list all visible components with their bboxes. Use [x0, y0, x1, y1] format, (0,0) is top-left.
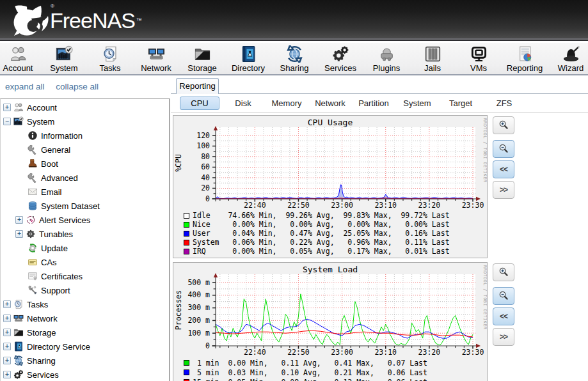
scroll-right-button[interactable]: >>	[493, 328, 514, 346]
y-tick-label: 120	[196, 131, 210, 140]
zoom-in-button[interactable]	[493, 263, 514, 281]
tree-item-system-dataset[interactable]: System Dataset	[1, 199, 169, 213]
toolbar-item-sharing[interactable]: Sharing	[271, 43, 317, 73]
tree-item-boot[interactable]: Boot	[1, 157, 169, 171]
vms-icon	[470, 45, 488, 63]
subtab-memory[interactable]: Memory	[267, 97, 306, 110]
tree-item-label: General	[41, 145, 70, 155]
tree-item-certificates[interactable]: Certificates	[1, 269, 169, 283]
tree-item-advanced[interactable]: Advanced	[1, 171, 169, 185]
scroll-left-button[interactable]: <<	[493, 307, 514, 325]
tree-item-information[interactable]: Information	[1, 128, 169, 143]
toolbar-item-label: System	[41, 63, 87, 73]
subtab-target[interactable]: Target	[441, 97, 481, 110]
scroll-right-button[interactable]: >>	[493, 181, 514, 199]
tree-item-storage[interactable]: + Storage	[1, 325, 169, 339]
toolbar-item-account[interactable]: Account	[0, 43, 41, 73]
chart-legend: Idle 74.66% Min, 99.26% Avg, 99.83% Max,…	[184, 211, 450, 256]
tree-item-label: Boot	[41, 159, 58, 169]
tree-item-general[interactable]: General	[1, 143, 169, 157]
toolbar-item-wizard[interactable]: Wizard	[548, 43, 588, 73]
tree-expander[interactable]: +	[3, 104, 11, 111]
toolbar-item-vms[interactable]: VMs	[456, 43, 502, 73]
toolbar-item-system[interactable]: System	[41, 43, 87, 73]
subtab-network[interactable]: Network	[310, 97, 350, 110]
tree-item-sharing[interactable]: + Sharing	[1, 354, 169, 368]
subtab-cpu[interactable]: CPU	[180, 97, 219, 110]
zoom-out-button[interactable]	[493, 140, 514, 158]
tree-item-update[interactable]: Update	[1, 241, 169, 255]
toolbar: Account System Tasks	[0, 43, 588, 75]
network-icon	[13, 313, 24, 323]
tree-item-account[interactable]: + Account	[1, 100, 169, 114]
tree-expander[interactable]: +	[3, 315, 11, 322]
expand-all-link[interactable]: expand all	[5, 82, 45, 91]
legend-row: Nice 0.00% Min, 0.00% Avg, 0.00% Max, 0.…	[184, 220, 450, 229]
toolbar-item-directory[interactable]: Directory	[225, 43, 271, 73]
tree-expander[interactable]: +	[3, 329, 11, 336]
rrd-graph: System LoadProcesses0100 m200 m300 m400 …	[173, 263, 487, 357]
toolbar-item-plugins[interactable]: Plugins	[363, 43, 409, 73]
toolbar-item-jails[interactable]: Jails	[409, 43, 456, 73]
tree-item-support[interactable]: Support	[1, 283, 169, 297]
subtab-system[interactable]: System	[397, 97, 437, 110]
x-tick-label: 22:50	[287, 201, 310, 210]
tab-reporting[interactable]: Reporting	[176, 78, 219, 94]
toolbar-item-network[interactable]: Network	[133, 43, 179, 73]
subtab-zfs[interactable]: ZFS	[484, 97, 524, 110]
tree-item-cas[interactable]: CAs	[1, 255, 169, 269]
tree-item-services[interactable]: +Services	[1, 368, 169, 381]
subtab-disk[interactable]: Disk	[223, 97, 263, 110]
tree-expander[interactable]: −	[3, 118, 11, 125]
reporting-icon	[516, 45, 534, 63]
collapse-all-link[interactable]: collapse all	[56, 82, 99, 91]
x-tick-label: 23:10	[374, 348, 397, 357]
tree-expander[interactable]: +	[3, 343, 11, 350]
tree-expander[interactable]: +	[3, 357, 11, 364]
x-tick-label: 22:40	[244, 201, 266, 210]
tree-item-label: Sharing	[27, 356, 56, 366]
tree-item-system[interactable]: − System	[1, 114, 169, 128]
tree-expander[interactable]: +	[15, 216, 23, 224]
gear-icon	[26, 229, 36, 239]
tree-item-label: CAs	[41, 258, 57, 267]
tree-item-tunables[interactable]: +Tunables	[1, 227, 169, 241]
zoom-in-button[interactable]	[493, 116, 514, 134]
tree-item-email[interactable]: Email	[1, 185, 169, 199]
tree-expander[interactable]: +	[15, 230, 23, 238]
tree-item-label: Certificates	[41, 272, 83, 281]
legend-swatch	[184, 213, 189, 219]
tree-item-directory-service[interactable]: + Directory Service	[1, 339, 169, 354]
trademark: ™	[136, 17, 142, 24]
toolbar-item-storage[interactable]: Storage	[179, 43, 225, 73]
y-tick-label: 0	[205, 341, 210, 350]
tree-item-label: System	[27, 117, 54, 127]
tree-item-tasks[interactable]: + Tasks	[1, 297, 169, 311]
tree-item-network[interactable]: + Network	[1, 311, 169, 325]
legend-row: Idle 74.66% Min, 99.26% Avg, 99.83% Max,…	[184, 211, 450, 220]
tree-expander[interactable]: +	[3, 371, 11, 378]
freenas-logo: ® FreeNAS ™	[12, 4, 142, 36]
toolbar-item-tasks[interactable]: Tasks	[87, 43, 133, 73]
tree-item-label: Alert Services	[39, 215, 90, 225]
tree-item-label: Tasks	[27, 300, 48, 309]
legend-swatch	[184, 369, 189, 375]
y-tick-label: 200 m	[187, 316, 210, 325]
toolbar-item-reporting[interactable]: Reporting	[502, 43, 548, 73]
chart-title: CPU Usage	[308, 118, 353, 127]
tree-item-alert-services[interactable]: + Alert Services	[1, 213, 169, 227]
x-tick-label: 23:00	[331, 201, 353, 210]
tree-item-label: Services	[27, 370, 59, 380]
scroll-left-button[interactable]: <<	[493, 160, 514, 178]
rrd-graph: CPU Usage%CPU02040608010012022:4022:5023…	[173, 116, 487, 210]
cert-icon	[28, 271, 38, 281]
services-icon	[332, 45, 349, 63]
legend-swatch	[184, 222, 189, 228]
tree-expander[interactable]: +	[3, 300, 11, 308]
nav-tree: + Account− System InformationGeneral Boo…	[0, 98, 170, 381]
subtab-partition[interactable]: Partition	[354, 97, 393, 110]
zoom-out-button[interactable]	[493, 287, 514, 305]
toolbar-item-label: Account	[0, 63, 41, 73]
toolbar-item-services[interactable]: Services	[317, 43, 363, 73]
legend-text: IRQ 0.00% Min, 0.05% Avg, 0.17% Max, 0.0…	[193, 247, 450, 256]
